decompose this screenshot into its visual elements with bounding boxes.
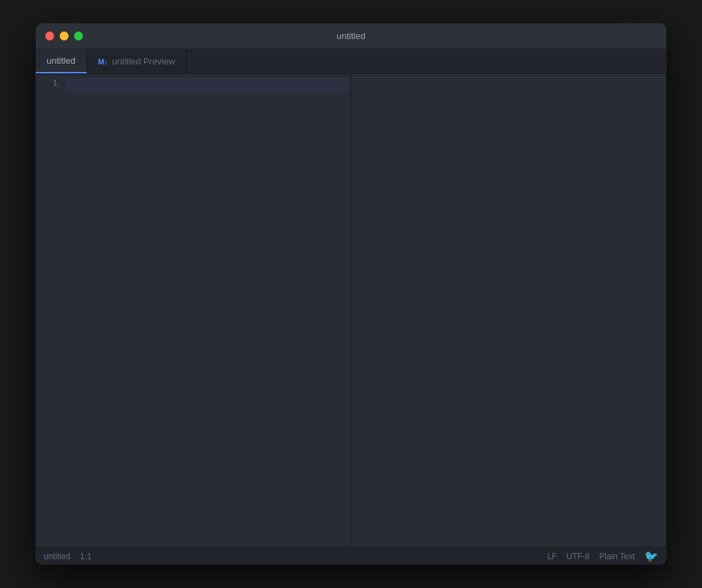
traffic-lights [45, 32, 83, 40]
line-numbers: 1 [36, 74, 63, 547]
status-right: LF UTF-8 Plain Text 🐦 [547, 550, 658, 563]
status-cursor-position[interactable]: 1:1 [80, 552, 92, 561]
tab-preview-label: untitled Preview [112, 56, 176, 66]
preview-pane [351, 74, 666, 547]
main-content: 1 [36, 74, 666, 547]
status-bar: untitled 1:1 LF UTF-8 Plain Text 🐦 [36, 547, 666, 565]
tab-editor-label: untitled [47, 56, 75, 66]
minimize-button[interactable] [60, 32, 69, 40]
window-title: untitled [337, 31, 365, 41]
title-bar: untitled [36, 23, 666, 49]
status-left: untitled 1:1 [44, 552, 91, 561]
tab-editor[interactable]: untitled [36, 49, 87, 73]
bird-icon[interactable]: 🐦 [644, 550, 658, 563]
app-window: untitled untitled M↓ untitled Preview 1 … [36, 23, 666, 565]
tab-bar: untitled M↓ untitled Preview [36, 49, 666, 74]
status-encoding[interactable]: UTF-8 [566, 552, 590, 561]
cursor-line [66, 78, 350, 92]
status-language[interactable]: Plain Text [599, 552, 635, 561]
editor-content[interactable] [63, 74, 350, 547]
line-number-1: 1 [36, 78, 58, 88]
status-line-ending[interactable]: LF [547, 552, 557, 561]
maximize-button[interactable] [74, 32, 83, 40]
markdown-icon: M↓ [98, 58, 108, 66]
tab-preview[interactable]: M↓ untitled Preview [87, 49, 186, 73]
status-filename[interactable]: untitled [44, 552, 71, 561]
close-button[interactable] [45, 32, 54, 40]
editor-pane: 1 [36, 74, 351, 547]
